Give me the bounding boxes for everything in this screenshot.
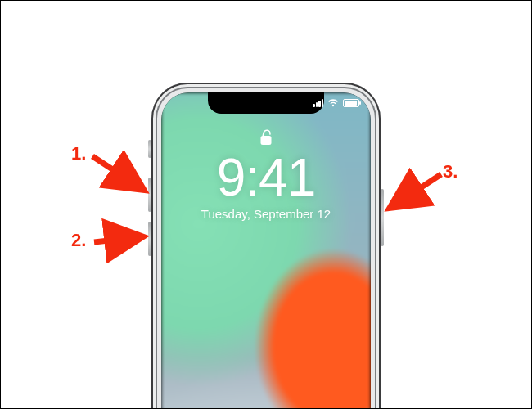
iphone-frame: 9:41 Tuesday, September 12 [151,83,381,409]
svg-line-1 [92,156,140,187]
cellular-signal-icon [313,99,323,107]
callout-1-label: 1. [71,143,86,164]
phone-screen: 9:41 Tuesday, September 12 [161,92,371,409]
lock-date: Tuesday, September 12 [161,207,371,221]
callout-1-arrow-icon [89,153,151,194]
svg-line-3 [394,174,441,205]
status-right [313,99,359,107]
callout-3-arrow-icon [384,171,446,212]
diagram-stage: 9:41 Tuesday, September 12 1. 2. 3. [1,1,531,408]
svg-line-2 [94,237,138,242]
status-bar [161,99,371,112]
lock-time: 9:41 [161,151,371,204]
battery-icon [343,99,359,107]
callout-2-arrow-icon [91,231,150,248]
wifi-icon [327,99,339,107]
unlock-icon [259,128,273,146]
svg-rect-0 [261,136,272,145]
lock-screen-content: 9:41 Tuesday, September 12 [161,128,371,221]
callout-2-label: 2. [71,230,86,251]
